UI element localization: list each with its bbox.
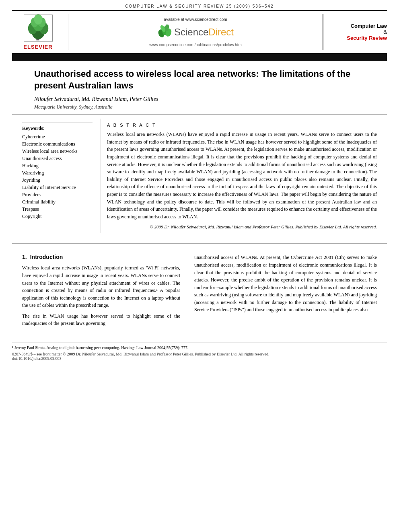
section-divider bbox=[12, 243, 387, 244]
keyword-hacking: Hacking bbox=[22, 162, 93, 169]
intro-left-column: 1.Introduction Wireless local area netwo… bbox=[12, 250, 188, 335]
svg-point-7 bbox=[34, 14, 42, 25]
introduction-section: 1.Introduction Wireless local area netwo… bbox=[12, 250, 387, 335]
abstract-text: Wireless local area networks (WLANs) hav… bbox=[107, 131, 377, 220]
left-column: Keywords: Cybercrime Electronic communic… bbox=[12, 119, 101, 233]
keyword-wardriving: Wardriving bbox=[22, 169, 93, 177]
elsevier-logo-area: ELSEVIER bbox=[12, 14, 68, 50]
journal-header: COMPUTER LAW & SECURITY REVIEW 25 (2009)… bbox=[0, 0, 399, 10]
intro-right-para-1: unauthorised access of WLANs. At present… bbox=[194, 254, 377, 314]
intro-body-right: unauthorised access of WLANs. At present… bbox=[194, 254, 377, 314]
keyword-criminal: Criminal liability bbox=[22, 198, 93, 205]
article-authors: Niloufer Selvadurai, Md. Rizwanul Islam,… bbox=[34, 96, 365, 103]
right-column: A B S T R A C T Wireless local area netw… bbox=[101, 119, 387, 233]
footer-footnote-1: ¹ Jeremy Paul Sirota. Analog to digital:… bbox=[12, 345, 387, 351]
available-text: available at www.sciencedirect.com bbox=[164, 17, 227, 22]
article-main-title: Unauthorised access to wireless local ar… bbox=[34, 68, 365, 91]
keywords-abstract-section: Keywords: Cybercrime Electronic communic… bbox=[12, 115, 387, 237]
abstract-title: A B S T R A C T bbox=[107, 123, 377, 127]
footer-doi: doi:10.1016/j.clsr.2009.09.003 bbox=[12, 356, 387, 361]
journal-header-text: COMPUTER LAW & SECURITY REVIEW 25 (2009)… bbox=[125, 4, 274, 8]
sciencedirect-leaves-icon bbox=[157, 25, 173, 40]
intro-right-column: unauthorised access of WLANs. At present… bbox=[188, 250, 387, 335]
section-number: 1. bbox=[22, 254, 27, 260]
journal-name-area: Computer Law & Security Review bbox=[323, 14, 387, 50]
footer-issn: 0267-5649/$ – see front matter © 2009 Dr… bbox=[12, 352, 387, 356]
journal-name-line3: Security Review bbox=[347, 35, 387, 41]
intro-heading: 1.Introduction bbox=[22, 254, 180, 260]
top-banner: ELSEVIER available at www.sciencedirect.… bbox=[12, 10, 387, 54]
intro-para-1: Wireless local area networks (WLANs), po… bbox=[22, 264, 180, 309]
keyword-copyright: Copyright bbox=[22, 213, 93, 220]
journal-name-line1: Computer Law bbox=[351, 23, 387, 29]
keyword-wireless: Wireless local area networks bbox=[22, 148, 93, 155]
intro-body-left: Wireless local area networks (WLANs), po… bbox=[22, 264, 180, 327]
keyword-joyriding: Joyriding bbox=[22, 177, 93, 184]
www-text: www.compseconline.com/publications/prodc… bbox=[149, 43, 242, 47]
keywords-section: Keywords: Cybercrime Electronic communic… bbox=[22, 123, 93, 220]
page-wrapper: COMPUTER LAW & SECURITY REVIEW 25 (2009)… bbox=[0, 0, 399, 532]
black-bar bbox=[12, 54, 387, 61]
page-footer: ¹ Jeremy Paul Sirota. Analog to digital:… bbox=[12, 343, 387, 361]
article-affiliation: Macquarie University, Sydney, Australia bbox=[34, 104, 365, 110]
copyright-line: © 2009 Dr. Niloufer Selvadurai, Md. Rizw… bbox=[107, 224, 377, 229]
keyword-liability: Liability of Internet Service Providers bbox=[22, 184, 93, 198]
article-title-section: Unauthorised access to wireless local ar… bbox=[12, 61, 387, 115]
section-label: Introduction bbox=[30, 254, 63, 260]
keyword-unauthorised: Unauthorised access bbox=[22, 155, 93, 162]
keyword-cybercrime: Cybercrime bbox=[22, 133, 93, 140]
keyword-electronic: Electronic communications bbox=[22, 140, 93, 148]
center-logo-area: available at www.sciencedirect.com Scien… bbox=[68, 14, 323, 50]
intro-para-2: The rise in WLAN usage has however serve… bbox=[22, 312, 180, 327]
elsevier-tree-icon bbox=[22, 14, 54, 42]
sciencedirect-wordmark: ScienceDirect bbox=[174, 27, 234, 38]
elsevier-wordmark: ELSEVIER bbox=[23, 44, 52, 50]
journal-name-line2: & bbox=[383, 29, 387, 35]
sciencedirect-logo: ScienceDirect bbox=[157, 25, 234, 40]
keyword-trespass: Trespass bbox=[22, 205, 93, 213]
keywords-label: Keywords: bbox=[22, 125, 93, 131]
